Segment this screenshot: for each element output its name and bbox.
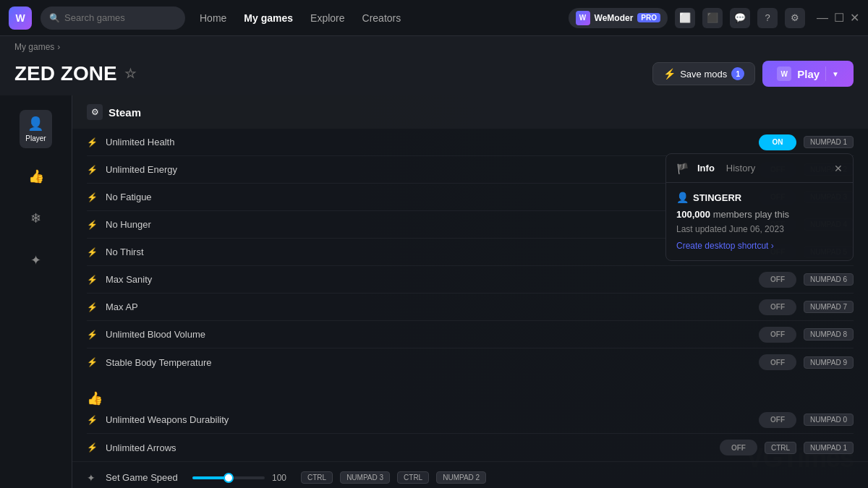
lightning-icon: ⚡ bbox=[87, 442, 98, 453]
sidebar-item-thumb[interactable]: 👍 bbox=[22, 163, 50, 190]
search-input[interactable] bbox=[64, 12, 166, 23]
mod-toggle[interactable]: OFF bbox=[759, 272, 796, 288]
mod-name: No Hunger bbox=[106, 219, 752, 230]
notifications-icon[interactable]: ⬜ bbox=[675, 8, 695, 28]
header-actions: ⚡ Save mods 1 W Play ▼ bbox=[652, 61, 854, 87]
close-button[interactable]: ✕ bbox=[850, 11, 859, 25]
lightning-icon: ⚡ bbox=[87, 330, 98, 340]
mod-key: NUMPAD 0 bbox=[804, 414, 854, 426]
minimize-button[interactable]: — bbox=[817, 12, 828, 25]
play-logo-icon: W bbox=[777, 67, 791, 81]
nav-home[interactable]: Home bbox=[200, 12, 226, 24]
search-bar[interactable]: 🔍 bbox=[41, 7, 185, 30]
sidebar-item-freeze[interactable]: ❄ bbox=[25, 205, 47, 232]
sidebar-item-player[interactable]: 👤 Player bbox=[20, 110, 51, 148]
nav-my-games[interactable]: My games bbox=[244, 12, 293, 24]
mod-row: ⚡ Unlimited Blood Volume OFF NUMPAD 8 bbox=[87, 321, 854, 348]
info-panel-header: 🏴 Info History ✕ bbox=[666, 154, 853, 183]
group2-icon-row: 👍 bbox=[72, 388, 868, 406]
mod-key: CTRL bbox=[765, 442, 796, 454]
play-chevron-icon: ▼ bbox=[832, 70, 839, 78]
updated-text: Last updated June 06, 2023 bbox=[676, 224, 843, 234]
play-button[interactable]: W Play ▼ bbox=[762, 61, 854, 87]
lightning-icon: ⚡ bbox=[87, 415, 98, 425]
user-row: 👤 STINGERR bbox=[676, 192, 843, 203]
user-logo: W bbox=[576, 11, 590, 25]
favorite-icon[interactable]: ☆ bbox=[124, 66, 136, 82]
breadcrumb: My games › bbox=[0, 36, 868, 58]
mod-name: Unlimited Energy bbox=[106, 164, 752, 175]
speed-key2b: NUMPAD 2 bbox=[436, 471, 486, 484]
mod-toggle[interactable]: OFF bbox=[759, 412, 796, 428]
breadcrumb-parent[interactable]: My games bbox=[14, 42, 54, 52]
search-icon: 🔍 bbox=[49, 13, 60, 23]
info-panel: 🏴 Info History ✕ 👤 STINGERR 100,000 memb… bbox=[665, 153, 854, 261]
speed-slider-thumb[interactable] bbox=[224, 473, 234, 483]
tab-info[interactable]: Info bbox=[694, 161, 718, 175]
lightning-icon: ⚡ bbox=[87, 357, 98, 367]
steam-section-title: Steam bbox=[109, 106, 141, 119]
freeze-icon: ❄ bbox=[30, 210, 41, 226]
user-badge: W WeModer PRO bbox=[569, 8, 668, 28]
mod-name: Unlimited Health bbox=[106, 137, 752, 147]
mod-toggle[interactable]: OFF bbox=[759, 354, 796, 370]
nav-explore[interactable]: Explore bbox=[310, 12, 344, 24]
mod-row: ⚡ Unlimited Arrows OFF CTRLNUMPAD 1 bbox=[87, 434, 854, 461]
help-icon[interactable]: ? bbox=[757, 8, 778, 28]
settings-icon[interactable]: ⚙ bbox=[785, 8, 805, 28]
maximize-button[interactable]: ☐ bbox=[834, 11, 844, 25]
breadcrumb-sep: › bbox=[57, 42, 60, 52]
info-panel-close-button[interactable]: ✕ bbox=[834, 163, 843, 174]
mod-list-group2: ⚡ Unlimited Weapons Durability OFF NUMPA… bbox=[72, 406, 868, 461]
speed-slider-track[interactable] bbox=[192, 476, 265, 479]
mod-toggle[interactable]: OFF bbox=[759, 327, 796, 343]
save-icon: ⚡ bbox=[663, 68, 676, 80]
lightning-icon: ⚡ bbox=[87, 275, 98, 285]
discord-icon[interactable]: 💬 bbox=[730, 8, 750, 28]
speed-key1a: CTRL bbox=[301, 471, 333, 484]
extra-icon: ✦ bbox=[30, 252, 41, 268]
speed-slider-fill bbox=[192, 476, 225, 479]
nav-creators[interactable]: Creators bbox=[362, 12, 401, 24]
nav-links: Home My games Explore Creators bbox=[200, 12, 401, 24]
mod-name: Stable Body Temperature bbox=[106, 357, 752, 368]
lightning-icon: ⚡ bbox=[87, 165, 98, 175]
mod-name: Max Sanity bbox=[106, 274, 752, 285]
mod-key: NUMPAD 6 bbox=[804, 273, 854, 286]
steam-section-header: ⚙ Steam bbox=[72, 95, 868, 129]
game-title-text: ZED ZONE bbox=[14, 62, 117, 85]
mod-row: ⚡ Stable Body Temperature OFF NUMPAD 9 bbox=[87, 348, 854, 376]
speed-value: 100 bbox=[272, 473, 294, 483]
play-label: Play bbox=[797, 68, 820, 80]
flag-icon: 🏴 bbox=[676, 163, 689, 174]
sidebar-item-extra[interactable]: ✦ bbox=[25, 247, 47, 274]
nav-right: W WeModer PRO ⬜ ⬛ 💬 ? ⚙ — ☐ ✕ bbox=[569, 8, 859, 28]
mod-key: NUMPAD 9 bbox=[804, 356, 854, 369]
members-label: members play this bbox=[713, 209, 789, 220]
game-area: 👤 Player 👍 ❄ ✦ ⚙ Steam ⚡ Unlimited Healt… bbox=[0, 95, 868, 488]
speed-key1b: NUMPAD 3 bbox=[340, 471, 390, 484]
mod-row: ⚡ Max Sanity OFF NUMPAD 6 bbox=[87, 266, 854, 294]
speed-key2a: CTRL bbox=[397, 471, 429, 484]
info-content: 👤 STINGERR 100,000 members play this Las… bbox=[666, 183, 853, 260]
create-shortcut-link[interactable]: Create desktop shortcut › bbox=[676, 241, 774, 251]
lightning-icon: ⚡ bbox=[87, 137, 98, 147]
pro-badge: PRO bbox=[637, 13, 660, 22]
group2-icon: 👍 bbox=[87, 390, 103, 406]
lightning-icon: ⚡ bbox=[87, 192, 98, 202]
save-mods-button[interactable]: ⚡ Save mods 1 bbox=[652, 62, 755, 85]
mod-toggle[interactable]: OFF bbox=[720, 440, 757, 455]
mod-name: No Thirst bbox=[106, 247, 752, 257]
tab-history[interactable]: History bbox=[723, 161, 758, 175]
mod-toggle[interactable]: ON bbox=[759, 134, 796, 150]
speed-slider-container[interactable] bbox=[192, 476, 265, 479]
mod-row: ⚡ Max AP OFF NUMPAD 7 bbox=[87, 294, 854, 321]
members-text: 100,000 members play this bbox=[676, 209, 843, 220]
downloads-icon[interactable]: ⬛ bbox=[702, 8, 723, 28]
mod-name: Unlimited Arrows bbox=[106, 442, 712, 453]
speed-row: ✦ Set Game Speed 100 CTRL NUMPAD 3 CTRL … bbox=[72, 461, 868, 488]
mod-name: Unlimited Blood Volume bbox=[106, 329, 752, 340]
main-content: My games › ZED ZONE ☆ ⚡ Save mods 1 W Pl… bbox=[0, 36, 868, 488]
mod-toggle[interactable]: OFF bbox=[759, 299, 796, 315]
updated-date-value: June 06, 2023 bbox=[729, 224, 784, 234]
